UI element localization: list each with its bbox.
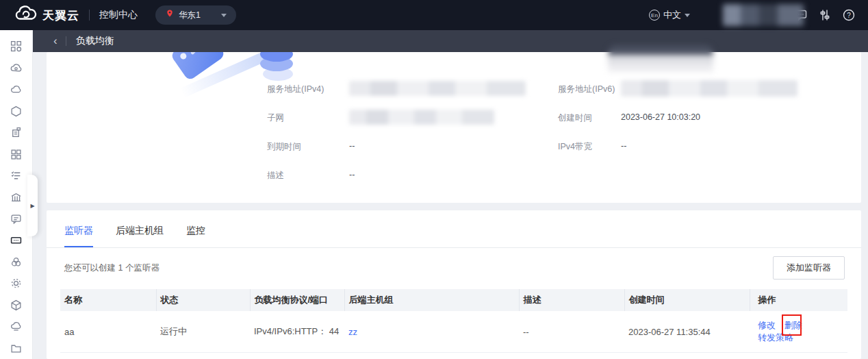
field-value: -- — [621, 141, 626, 151]
tab-bar: 监听器 后端主机组 监控 — [47, 210, 861, 248]
listener-row: aa 运行中 IPv4/IPv6:HTTP： 44 zz -- 2023-06-… — [60, 311, 847, 353]
app-grid-icon[interactable] — [0, 143, 33, 164]
listener-panel: 监听器 后端主机组 监控 您还可以创建 1 个监听器 添加监听器 名称 状态 负… — [47, 210, 861, 359]
cell-status: 运行中 — [156, 353, 250, 359]
hexagon-shield-icon[interactable] — [0, 100, 33, 121]
delete-link[interactable]: 删除 — [784, 320, 802, 330]
col-header-protocol: 负载均衡协议/端口 — [250, 289, 344, 311]
svg-text:?: ? — [847, 12, 851, 19]
tab-monitoring[interactable]: 监控 — [186, 225, 205, 247]
cube-icon[interactable] — [0, 295, 33, 316]
chevron-down-icon — [685, 14, 690, 17]
forward-policy-link[interactable]: 转发策略 — [758, 332, 793, 343]
dashboard-icon[interactable] — [0, 36, 33, 57]
region-label: 华东1 — [179, 10, 201, 21]
col-header-description: 描述 — [519, 289, 624, 311]
field-service-ipv4: 服务地址(IPv4) — [267, 84, 526, 96]
cell-name: ss — [60, 353, 156, 359]
tab-listener[interactable]: 监听器 — [64, 225, 93, 247]
cloud-network-icon[interactable] — [0, 57, 33, 78]
venn-circles-icon[interactable] — [0, 251, 33, 273]
backend-group-link[interactable]: zz — [348, 327, 357, 337]
field-value: 2023-06-27 10:03:20 — [621, 112, 700, 122]
console-center-link[interactable]: 控制中心 — [99, 9, 138, 21]
radar-icon[interactable] — [0, 273, 33, 294]
cloud-service-icon[interactable] — [0, 316, 33, 337]
col-header-backend-group: 后端主机组 — [344, 289, 519, 311]
col-header-operations: 操作 — [750, 289, 847, 311]
field-create-time: 创建时间 2023-06-27 10:03:20 — [558, 112, 700, 124]
cell-created: 2023-06-27 11:28:25 — [624, 353, 750, 359]
cloud-icon[interactable] — [0, 79, 33, 100]
modify-link[interactable]: 修改 — [758, 320, 776, 330]
chevron-down-icon — [221, 14, 227, 17]
cell-status: 运行中 — [156, 311, 250, 353]
redaction-lb-name — [608, 45, 713, 77]
field-label: 到期时间 — [267, 141, 349, 153]
tab-backend-groups[interactable]: 后端主机组 — [116, 225, 164, 247]
cell-protocol: IPv4/IPv6:HTTP： 44 — [250, 311, 344, 353]
redaction-subnet-value — [349, 110, 494, 125]
region-selector[interactable]: 华东1 — [155, 5, 236, 25]
field-ipv4-bandwidth: IPv4带宽 -- — [558, 141, 626, 153]
field-value: -- — [349, 141, 355, 151]
redaction-ipv4-value — [349, 81, 526, 96]
page-title: 负载均衡 — [76, 35, 114, 47]
redaction-ipv6-value — [621, 80, 797, 97]
topbar-divider — [89, 10, 90, 21]
server-icon[interactable] — [0, 122, 33, 143]
settings-sliders-icon[interactable] — [818, 8, 832, 22]
language-label: 中文 — [663, 9, 681, 21]
col-header-name: 名称 — [60, 289, 156, 311]
listener-quota-text: 您还可以创建 1 个监听器 — [64, 262, 159, 274]
field-label: 子网 — [267, 112, 349, 124]
lb-overview-panel: 服务地址(IPv4) 子网 到期时间 -- 描述 -- 服务地址(IPv6) 创… — [47, 52, 861, 203]
field-expire-time: 到期时间 -- — [267, 141, 355, 153]
field-value: -- — [349, 170, 355, 180]
listener-table: 名称 状态 负载均衡协议/端口 后端主机组 描述 创建时间 操作 aa 运行中 … — [60, 289, 847, 359]
col-header-status: 状态 — [156, 289, 250, 311]
cell-description: -- — [519, 311, 624, 353]
col-header-created: 创建时间 — [624, 289, 750, 311]
help-icon[interactable]: ? — [842, 8, 856, 22]
cell-name: aa — [60, 311, 156, 353]
panel-expander-handle[interactable]: ▶ — [27, 175, 38, 236]
field-service-ipv6: 服务地址(IPv6) — [558, 84, 797, 97]
cell-created: 2023-06-27 11:35:44 — [624, 311, 750, 353]
loadbalancer-illustration — [115, 52, 293, 97]
cell-protocol: IPv4/IPv6:HTTPS： 55 — [250, 353, 344, 359]
table-header-row: 名称 状态 负载均衡协议/端口 后端主机组 描述 创建时间 操作 — [60, 289, 847, 311]
add-listener-button[interactable]: 添加监听器 — [773, 256, 845, 280]
cell-description: -- — [519, 353, 624, 359]
brand-cloud-logo-icon[interactable] — [14, 5, 37, 25]
listener-row: ss 运行中 IPv4/IPv6:HTTPS： 55 aa -- 2023-06… — [60, 353, 847, 359]
field-label: 创建时间 — [558, 112, 621, 124]
back-button[interactable]: ‹ — [33, 35, 66, 48]
breadcrumb: ‹ 负载均衡 — [33, 30, 868, 52]
field-label: IPv4带宽 — [558, 141, 621, 153]
folder-icon[interactable] — [0, 338, 33, 359]
field-label: 服务地址(IPv6) — [558, 84, 621, 95]
brand-name: 天翼云 — [42, 8, 79, 23]
field-subnet: 子网 — [267, 112, 494, 125]
language-en-icon: En — [649, 10, 660, 21]
breadcrumb-divider — [66, 36, 66, 46]
location-pin-icon — [165, 8, 175, 22]
field-label: 服务地址(IPv4) — [267, 84, 349, 95]
redaction-username — [723, 4, 804, 26]
field-description: 描述 -- — [267, 170, 355, 182]
field-label: 描述 — [267, 170, 349, 182]
language-selector[interactable]: En 中文 — [649, 9, 690, 21]
